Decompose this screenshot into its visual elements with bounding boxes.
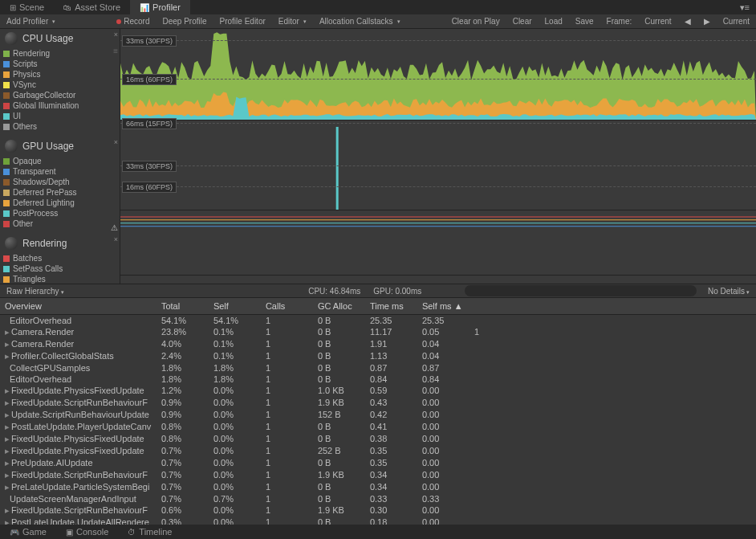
deep-profile-toggle[interactable]: Deep Profile [156, 17, 213, 26]
table-row[interactable]: EditorOverhead1.8%1.8%10 B0.840.84 [0, 374, 756, 385]
category-item[interactable]: VSync [3, 80, 116, 90]
table-row[interactable]: ▸FixedUpdate.PhysicsFixedUpdate0.8%0.0%1… [0, 433, 756, 445]
table-row[interactable]: UpdateScreenManagerAndInput0.7%0.7%10 B0… [0, 493, 756, 504]
add-profiler-dropdown[interactable]: Add Profiler [0, 17, 62, 26]
expand-icon[interactable]: ▸ [5, 434, 10, 443]
gpu-usage-panel[interactable]: × ⚠ GPU Usage OpaqueTransparentShadows/D… [0, 137, 120, 234]
expand-icon[interactable]: ▸ [5, 505, 10, 515]
col-overview[interactable]: Overview [0, 298, 156, 314]
window-menu-icon[interactable]: ▾≡ [734, 2, 756, 13]
col-extra[interactable] [469, 298, 756, 314]
table-row[interactable]: ▸FixedUpdate.ScriptRunBehaviourF0.6%0.0%… [0, 504, 756, 517]
record-button[interactable]: Record [110, 17, 156, 26]
panel-menu-icon[interactable]: ≡ [113, 47, 118, 55]
search-input[interactable] [465, 285, 697, 296]
table-row[interactable]: ▸FixedUpdate.PhysicsFixedUpdate0.7%0.0%1… [0, 445, 756, 457]
table-row[interactable]: ▸Camera.Render23.8%0.1%10 B11.170.051 [0, 326, 756, 338]
table-header-row: Overview Total Self Calls GC Alloc Time … [0, 298, 756, 314]
save-button[interactable]: Save [569, 17, 600, 26]
table-row[interactable]: CollectGPUSamples1.8%1.8%10 B0.870.87 [0, 362, 756, 374]
expand-icon[interactable]: ▸ [5, 398, 10, 407]
allocation-callstacks-dropdown[interactable]: Allocation Callstacks [313, 17, 407, 26]
tab-console[interactable]: ▣Console [56, 525, 118, 539]
expand-icon[interactable]: ▸ [5, 470, 10, 480]
tab-scene[interactable]: ⊞Scene [0, 0, 54, 14]
table-row[interactable]: ▸Update.ScriptRunBehaviourUpdate0.9%0.0%… [0, 409, 756, 421]
close-icon[interactable]: × [114, 235, 118, 243]
editor-dropdown[interactable]: Editor [272, 17, 313, 26]
category-item[interactable]: Scripts [3, 59, 116, 69]
category-item[interactable]: Transparent [3, 166, 116, 177]
expand-icon[interactable]: ▸ [5, 351, 10, 361]
table-row[interactable]: ▸FixedUpdate.ScriptRunBehaviourF0.7%0.0%… [0, 469, 756, 481]
tab-profiler[interactable]: 📊Profiler [130, 0, 190, 14]
category-item[interactable]: Others [3, 121, 116, 132]
rendering-graph[interactable] [120, 210, 756, 276]
expand-icon[interactable]: ▸ [5, 446, 10, 455]
color-swatch [3, 190, 10, 196]
prev-frame-button[interactable]: ◀ [678, 17, 697, 26]
expand-icon[interactable]: ▸ [5, 422, 10, 431]
category-item[interactable]: Rendering [3, 48, 116, 59]
col-self-ms[interactable]: Self ms ▲ [417, 298, 469, 314]
cpu-graph[interactable]: 33ms (30FPS)16ms (60FPS) [120, 29, 756, 120]
category-label: SetPass Calls [13, 264, 63, 273]
category-item[interactable]: Shadows/Depth [3, 177, 116, 187]
gridline: 33ms (30FPS) [120, 165, 756, 166]
col-time-ms[interactable]: Time ms [365, 298, 417, 314]
table-row[interactable]: ▸PostLateUpdate.UpdateAllRendere0.3%0.0%… [0, 517, 756, 525]
rendering-panel[interactable]: × Rendering BatchesSetPass CallsTriangle… [0, 234, 120, 284]
tab-timeline[interactable]: ⏱Timeline [118, 525, 181, 539]
cpu-usage-panel[interactable]: × ≡ CPU Usage RenderingScriptsPhysicsVSy… [0, 29, 120, 137]
expand-icon[interactable]: ▸ [5, 458, 10, 468]
gpu-graph[interactable]: 66ms (15FPS)33ms (30FPS)16ms (60FPS) [120, 120, 756, 210]
category-item[interactable]: GarbageCollector [3, 90, 116, 100]
close-icon[interactable]: × [114, 138, 118, 146]
expand-icon[interactable]: ▸ [5, 517, 10, 525]
tab-asset-store[interactable]: 🛍Asset Store [54, 0, 130, 14]
no-details-dropdown[interactable]: No Details [701, 287, 756, 296]
table-row[interactable]: ▸PreUpdate.AIUpdate0.7%0.0%10 B0.350.00 [0, 457, 756, 469]
expand-icon[interactable]: ▸ [5, 482, 10, 492]
col-calls[interactable]: Calls [261, 298, 313, 314]
color-swatch [3, 71, 10, 78]
table-row[interactable]: ▸FixedUpdate.ScriptRunBehaviourF0.9%0.0%… [0, 397, 756, 409]
table-row[interactable]: ▸Camera.Render4.0%0.1%10 B1.910.04 [0, 338, 756, 350]
col-total[interactable]: Total [156, 298, 209, 314]
expand-icon[interactable]: ▸ [5, 410, 10, 419]
close-icon[interactable]: × [114, 31, 118, 39]
clear-button[interactable]: Clear [506, 17, 539, 26]
next-frame-button[interactable]: ▶ [697, 17, 717, 26]
hierarchy-mode-dropdown[interactable]: Raw Hierarchy [0, 287, 71, 296]
category-item[interactable]: Batches [3, 253, 116, 263]
category-item[interactable]: UI [3, 111, 116, 121]
expand-icon[interactable]: ▸ [5, 327, 10, 337]
category-label: Other [13, 219, 33, 228]
tab-game[interactable]: 🎮Game [0, 525, 56, 539]
table-row[interactable]: ▸PreLateUpdate.ParticleSystemBegi0.7%0.0… [0, 481, 756, 493]
expand-icon[interactable]: ▸ [5, 339, 10, 349]
gridline-label: 66ms (15FPS) [122, 118, 177, 129]
col-gc-alloc[interactable]: GC Alloc [313, 298, 365, 314]
clear-on-play-button[interactable]: Clear on Play [445, 17, 506, 26]
category-item[interactable]: Triangles [3, 274, 116, 284]
profile-editor-toggle[interactable]: Profile Editor [213, 17, 272, 26]
hierarchy-table-container[interactable]: Overview Total Self Calls GC Alloc Time … [0, 298, 756, 525]
category-item[interactable]: Other [3, 218, 116, 229]
asset-store-icon: 🛍 [63, 3, 71, 12]
current-frame-button[interactable]: Current [717, 17, 756, 26]
table-row[interactable]: ▸PostLateUpdate.PlayerUpdateCanv0.8%0.0%… [0, 421, 756, 433]
category-item[interactable]: Opaque [3, 156, 116, 166]
table-row[interactable]: ▸Profiler.CollectGlobalStats2.4%0.1%10 B… [0, 350, 756, 362]
table-row[interactable]: ▸FixedUpdate.PhysicsFixedUpdate1.2%0.0%1… [0, 385, 756, 397]
category-item[interactable]: Deferred Lighting [3, 198, 116, 208]
category-item[interactable]: PostProcess [3, 208, 116, 218]
table-row[interactable]: EditorOverhead54.1%54.1%10 B25.3525.35 [0, 314, 756, 326]
category-item[interactable]: Global Illumination [3, 100, 116, 111]
expand-icon[interactable]: ▸ [5, 386, 10, 395]
category-item[interactable]: SetPass Calls [3, 263, 116, 274]
load-button[interactable]: Load [539, 17, 569, 26]
category-item[interactable]: Deferred PrePass [3, 187, 116, 198]
category-item[interactable]: Physics [3, 69, 116, 80]
col-self[interactable]: Self [209, 298, 261, 314]
